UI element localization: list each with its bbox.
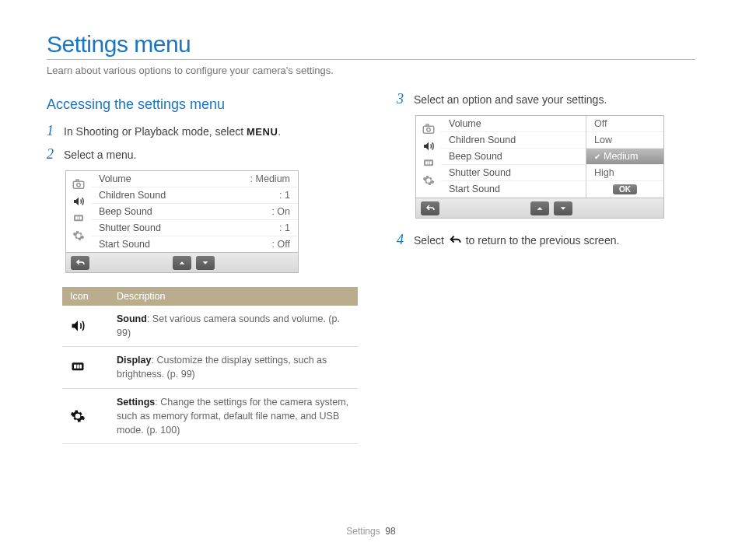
step-text: Select a menu. [64,147,136,161]
menu-row[interactable]: Shutter Sound: 1 [91,220,298,236]
page-title: Settings menu [47,31,695,58]
display-icon [420,155,437,172]
table-row: Sound: Set various camera sounds and vol… [62,306,358,347]
svg-rect-17 [430,161,432,164]
svg-rect-13 [426,124,429,126]
back-icon [449,234,461,247]
step-number: 2 [47,147,58,161]
settings-icon [62,388,109,443]
menu-row[interactable]: Children Sound: 1 [91,187,298,204]
step-2: 2 Select a menu. [47,147,358,161]
option-item[interactable]: Low [586,132,663,149]
camera-icon [420,121,437,138]
back-button[interactable] [71,256,89,270]
svg-rect-4 [75,216,78,219]
icon-description-table: Icon Description Sound: Set various came… [62,287,358,444]
sound-icon [70,193,87,210]
camera-icon [70,176,87,193]
table-row: Settings: Change the settings for the ca… [62,388,358,443]
step-number: 3 [397,92,408,106]
down-button[interactable] [554,201,572,215]
option-item[interactable]: High [586,165,663,181]
menu-label: MENU [247,126,278,138]
table-header-desc: Description [109,287,358,306]
down-button[interactable] [196,256,215,270]
step-text: Select an option and save your settings. [414,92,607,106]
up-button[interactable] [530,201,549,215]
page-subtitle: Learn about various options to configure… [47,65,695,76]
step-text: Select [414,234,447,247]
menu-row[interactable]: Beep Sound: On [91,204,298,220]
svg-rect-6 [80,216,82,219]
table-header-icon: Icon [62,287,109,306]
ok-button[interactable]: OK [613,184,637,194]
menu-row[interactable]: Start Sound [441,181,586,197]
step-3: 3 Select an option and save your setting… [397,92,695,106]
settings-icon [70,227,87,244]
menu-row[interactable]: Shutter Sound [441,165,586,181]
svg-point-1 [77,184,81,187]
svg-rect-15 [425,161,428,164]
ok-row: OK [586,181,663,198]
step-4: 4 Select to return to the previous scree… [397,233,695,247]
svg-rect-11 [423,126,434,133]
svg-rect-5 [78,216,79,219]
menu-row[interactable]: Volume [441,116,586,132]
option-item[interactable]: Medium [586,149,663,165]
up-button[interactable] [173,256,191,270]
menu-row[interactable]: Beep Sound [441,149,586,165]
menu-row[interactable]: Start Sound: Off [91,236,298,252]
step-text: In Shooting or Playback mode, select [64,125,247,138]
camera-screen-options: VolumeChildren SoundBeep SoundShutter So… [415,115,664,219]
camera-screen-menu: Volume: MediumChildren Sound: 1Beep Soun… [65,170,299,273]
settings-icon [420,172,437,189]
display-icon [62,347,109,388]
step-number: 4 [397,233,408,247]
step-1: 1 In Shooting or Playback mode, select M… [47,124,358,138]
section-heading: Accessing the settings menu [47,96,358,113]
svg-rect-2 [76,180,79,181]
table-row: Display: Customize the display settings,… [62,347,358,388]
page-footer: Settings 98 [0,526,742,537]
svg-rect-0 [73,181,84,188]
sound-icon [420,138,437,155]
svg-rect-16 [428,161,429,164]
svg-point-12 [427,128,431,132]
option-item[interactable]: Off [586,116,663,132]
svg-rect-9 [77,365,79,369]
menu-row[interactable]: Volume: Medium [91,171,298,187]
svg-rect-10 [80,365,82,369]
step-number: 1 [47,124,58,138]
display-icon [70,210,87,227]
svg-rect-8 [74,365,76,369]
sound-icon [62,306,109,347]
menu-row[interactable]: Children Sound [441,132,586,149]
back-button[interactable] [421,201,439,215]
